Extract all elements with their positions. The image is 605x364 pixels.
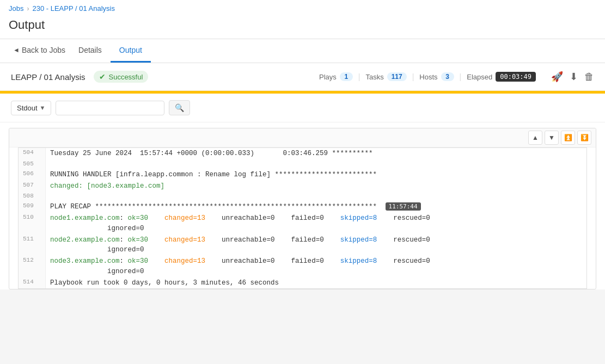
stdout-label: Stdout [17,104,38,112]
breadcrumb-separator: › [27,5,29,13]
line-content: RUNNING HANDLER [infra.leapp.common : Re… [46,169,586,181]
elapsed-label: Elapsed [467,73,492,81]
line-number: 505 [19,159,46,169]
line-content: node1.example.com: ok=30 changed=13 unre… [46,213,586,235]
plays-label: Plays [319,73,337,81]
stat-divider-3: | [460,72,462,81]
stdout-select[interactable]: Stdout ▼ [11,101,51,115]
back-arrow-icon: ◄ [13,46,20,54]
log-line: 505 [19,159,586,169]
filter-bar: Stdout ▼ 🔍 [0,94,605,122]
log-line: 509PLAY RECAP **************************… [19,201,586,213]
dropdown-arrow-icon: ▼ [40,104,46,111]
rocket-icon[interactable]: 🚀 [551,71,563,83]
log-line: 514Playbook run took 0 days, 0 hours, 3 … [19,277,586,289]
line-number: 514 [19,277,46,289]
tabs-bar: ◄ Back to Jobs Details Output [0,39,605,63]
scroll-top-btn[interactable]: ⏫ [561,131,575,145]
action-icons: 🚀 ⬇ 🗑 [551,71,594,83]
status-label: Successful [108,73,143,81]
time-badge: 11:57:44 [386,202,421,211]
tab-output[interactable]: Output [111,39,151,63]
top-bar: Jobs › 230 - LEAPP / 01 Analysis Output [0,0,605,39]
page-title: Output [9,15,596,39]
log-line: 511node2.example.com: ok=30 changed=13 u… [19,235,586,256]
line-content: changed: [node3.example.com] [46,181,586,192]
line-number: 504 [19,148,46,159]
status-icon: ✔ [99,72,106,81]
line-content: Tuesday 25 June 2024 15:57:44 +0000 (0:0… [46,148,586,159]
stat-divider-1: | [358,72,360,81]
log-line: 506RUNNING HANDLER [infra.leapp.common :… [19,169,586,181]
back-label: Back to Jobs [22,46,65,54]
log-wrapper: ▲ ▼ ⏫ ⏬ 504Tuesday 25 June 2024 15:57:44… [9,128,596,289]
log-output[interactable]: 504Tuesday 25 June 2024 15:57:44 +0000 (… [18,147,587,289]
search-button[interactable]: 🔍 [169,100,190,115]
scroll-down-btn[interactable]: ▼ [545,131,559,145]
line-number: 508 [19,192,46,201]
line-content: PLAY RECAP *****************************… [46,201,586,213]
tab-details-label: Details [78,46,102,54]
tasks-value: 117 [387,72,407,81]
line-content: node2.example.com: ok=30 changed=13 unre… [46,235,586,256]
log-line: 504Tuesday 25 June 2024 15:57:44 +0000 (… [19,148,586,159]
job-header: LEAPP / 01 Analysis ✔ Successful Plays 1… [0,63,605,91]
log-line: 507changed: [node3.example.com] [19,181,586,192]
delete-icon[interactable]: 🗑 [584,71,594,83]
line-number: 509 [19,201,46,213]
line-number: 510 [19,213,46,235]
breadcrumb-jobs[interactable]: Jobs [9,4,23,13]
line-content [46,192,586,201]
search-input[interactable] [56,101,164,115]
tab-details[interactable]: Details [70,39,111,63]
job-title: LEAPP / 01 Analysis [11,72,85,82]
line-number: 511 [19,235,46,256]
line-content: node3.example.com: ok=30 changed=13 unre… [46,256,586,277]
line-content [46,159,586,169]
plays-value: 1 [340,72,353,81]
hosts-label: Hosts [419,73,437,81]
breadcrumb-current[interactable]: 230 - LEAPP / 01 Analysis [32,4,115,13]
elapsed-value: 00:03:49 [496,72,536,82]
stat-divider-2: | [412,72,414,81]
hosts-value: 3 [441,72,454,81]
scroll-up-btn[interactable]: ▲ [528,131,542,145]
tab-output-label: Output [119,46,142,54]
line-content: Playbook run took 0 days, 0 hours, 3 min… [46,277,586,289]
log-line: 508 [19,192,586,201]
tab-back[interactable]: ◄ Back to Jobs [9,39,70,63]
log-toolbar: ▲ ▼ ⏫ ⏬ [9,128,596,147]
stats: Plays 1 | Tasks 117 | Hosts 3 | Elapsed … [319,72,536,82]
breadcrumb: Jobs › 230 - LEAPP / 01 Analysis [9,4,596,13]
line-number: 507 [19,181,46,192]
log-line: 510node1.example.com: ok=30 changed=13 u… [19,213,586,235]
tasks-label: Tasks [365,73,383,81]
main-content: ◄ Back to Jobs Details Output LEAPP / 01… [0,39,605,289]
download-icon[interactable]: ⬇ [570,71,578,83]
status-badge: ✔ Successful [94,71,148,83]
line-number: 512 [19,256,46,277]
log-line: 512node3.example.com: ok=30 changed=13 u… [19,256,586,277]
scroll-bottom-btn[interactable]: ⏬ [577,131,591,145]
line-number: 506 [19,169,46,181]
